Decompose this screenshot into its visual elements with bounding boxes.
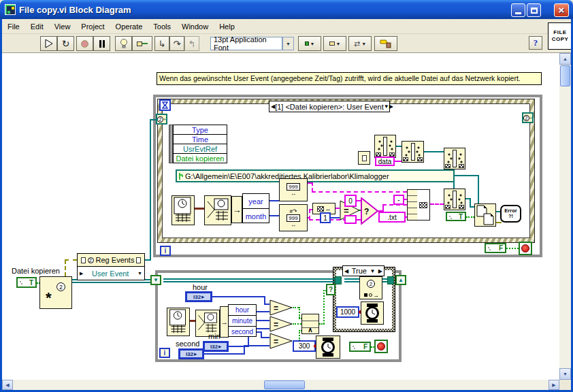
menu-help[interactable]: Help — [214, 20, 240, 33]
boolean-constant-true[interactable]: T — [446, 212, 466, 221]
label-datei-kopieren[interactable]: Datei kopieren — [12, 267, 60, 275]
event-data-field[interactable]: Type — [174, 125, 227, 135]
scroll-right-button[interactable]: ▶ — [549, 380, 559, 390]
event-data-field[interactable]: UsrEvtRef — [174, 144, 227, 154]
menu-operate[interactable]: Operate — [110, 20, 148, 33]
menu-edit[interactable]: Edit — [25, 20, 49, 33]
unbundle-by-name-time[interactable]: hour minute second — [228, 304, 257, 337]
boolean-constant-true-reg[interactable]: T — [16, 277, 37, 288]
get-datetime-node-2[interactable] — [167, 308, 190, 336]
reorder-objects-button[interactable]: ⇄▼ — [348, 36, 372, 51]
next-case-icon[interactable]: ▶ — [389, 103, 393, 110]
string-constant-empty[interactable] — [344, 215, 357, 224]
simple-error-handler-node[interactable]: Error ?! — [500, 205, 521, 223]
i32-terminal-hour[interactable]: I32▶ — [185, 291, 212, 302]
comment-box[interactable]: Wenn das gewünschte User Event (angegebe… — [157, 72, 542, 85]
shift-register-right[interactable]: ▲ — [395, 275, 406, 285]
run-continuous-button[interactable]: ↻ — [57, 36, 74, 51]
run-button[interactable] — [40, 36, 57, 51]
unbundle-field-hour[interactable]: hour — [229, 305, 256, 316]
numeric-constant-300[interactable]: 300 — [293, 340, 316, 352]
equal-node-second[interactable]: = — [269, 333, 293, 349]
get-datetime-node[interactable] — [171, 195, 195, 225]
create-user-event-node[interactable]: 2 * — [39, 276, 72, 309]
scroll-down-button[interactable]: ▼ — [559, 368, 571, 380]
menu-tools[interactable]: Tools — [148, 20, 176, 33]
numeric-constant-1[interactable]: 1 — [320, 212, 331, 223]
string-constant-data[interactable]: data — [375, 157, 395, 166]
font-selector-arrow[interactable]: ▼ — [282, 37, 294, 50]
highlight-execution-button[interactable] — [115, 36, 132, 51]
maximize-button[interactable] — [527, 3, 541, 17]
font-selector[interactable]: 13pt Application Font — [210, 37, 282, 50]
label-min[interactable]: min — [208, 332, 220, 340]
string-constant-dash[interactable]: - — [393, 195, 404, 205]
distribute-objects-button[interactable]: ▼ — [323, 36, 346, 51]
event-data-field[interactable]: Time — [174, 135, 227, 144]
next-case-icon[interactable]: ▶ — [378, 268, 382, 274]
equal-node-minute[interactable]: = — [269, 316, 293, 332]
string-constant-txt[interactable]: .txt — [378, 212, 406, 223]
case-tunnel-left[interactable] — [335, 276, 342, 284]
unbundle-arrow[interactable]: → — [231, 196, 242, 223]
number-to-string-node-year[interactable]: 999 ↔ — [279, 178, 308, 201]
concatenate-strings-node[interactable] — [407, 189, 430, 220]
cleanup-diagram-button[interactable] — [374, 36, 397, 51]
boolean-constant-false-lower[interactable]: F — [349, 342, 371, 352]
abort-button[interactable] — [76, 36, 93, 51]
case-dropdown-icon[interactable]: ▼ — [370, 268, 375, 274]
vi-icon-file-copy[interactable]: FILE COPY — [548, 22, 572, 50]
generate-user-event-node[interactable]: 2 → — [359, 276, 382, 299]
wait-next-ms-node[interactable] — [361, 301, 384, 325]
vertical-scrollbar[interactable]: ▲ ▼ — [559, 53, 571, 380]
loop-condition-terminal-lower[interactable] — [374, 340, 388, 353]
step-into-button[interactable]: ↳ — [154, 36, 169, 51]
pause-button[interactable] — [93, 36, 110, 51]
variant-attribute-node-3[interactable] — [444, 148, 465, 169]
horizontal-scrollbar[interactable]: ◀ ▶ — [2, 380, 559, 390]
minimize-button[interactable] — [511, 3, 525, 17]
menu-project[interactable]: Project — [76, 20, 110, 33]
menu-window[interactable]: Window — [176, 20, 214, 33]
unbundle-by-name-date[interactable]: year month — [242, 193, 269, 223]
register-for-events-node[interactable]: 2 Reg Events — [77, 253, 145, 267]
dynamic-event-terminal-right[interactable]: 2+ — [522, 112, 534, 123]
close-button[interactable]: × — [554, 3, 569, 17]
vi-reference-node[interactable] — [358, 151, 370, 165]
numeric-constant-1000[interactable]: 1000 — [336, 306, 359, 318]
equal-node-hour[interactable]: = — [269, 299, 293, 316]
string-constant-zero[interactable]: 0 — [344, 195, 357, 207]
unbundle-field-year[interactable]: year — [243, 194, 269, 209]
event-selector-tab[interactable]: ◀ [1] <Datei kopieren>: User Event ▼ ▶ — [269, 101, 390, 112]
variant-attribute-node-1[interactable] — [374, 135, 396, 158]
timeout-terminal[interactable] — [159, 99, 171, 111]
step-out-button[interactable]: ↰ — [184, 36, 199, 51]
chevron-down-icon[interactable]: ▼ — [137, 271, 142, 276]
block-diagram[interactable]: Wenn das gewünschte User Event (angegebe… — [2, 53, 559, 380]
variant-attribute-node-2[interactable] — [402, 141, 424, 163]
retain-wire-values-button[interactable] — [132, 36, 152, 51]
event-data-field[interactable]: Datei kopieren — [174, 154, 227, 163]
context-help-button[interactable]: ? — [529, 36, 542, 50]
seconds-to-datetime-node[interactable] — [204, 195, 231, 225]
case-selector-terminal[interactable]: ? — [326, 284, 335, 295]
unbundle-field-second[interactable]: second — [229, 327, 256, 337]
path-constant[interactable]: G:\Allgemein\E\E007\akkreditiertes Kalib… — [176, 169, 455, 182]
boolean-constant-false-outer[interactable]: F — [485, 243, 506, 253]
title-bar[interactable]: File copy.vi Block Diagram × — [0, 0, 573, 19]
shift-register-left[interactable]: ▼ — [150, 275, 161, 285]
compound-and-node[interactable]: ∧ — [301, 314, 319, 334]
wait-ms-node[interactable] — [316, 336, 340, 359]
scroll-left-button[interactable]: ◀ — [2, 380, 13, 390]
label-second[interactable]: second — [176, 340, 199, 348]
menu-file[interactable]: File — [2, 20, 25, 33]
vertical-scroll-thumb[interactable] — [560, 65, 570, 86]
horizontal-scroll-thumb[interactable] — [264, 380, 305, 389]
iteration-terminal-outer[interactable]: i — [160, 246, 171, 256]
iteration-terminal-lower[interactable]: i — [159, 348, 170, 358]
menu-view[interactable]: View — [49, 20, 76, 33]
unbundle-field-month[interactable]: month — [243, 209, 269, 223]
label-hour[interactable]: hour — [193, 283, 208, 291]
align-objects-button[interactable]: ▼ — [298, 36, 321, 51]
number-to-string-node-month[interactable]: #↷ 999 ↔ — [279, 204, 308, 231]
